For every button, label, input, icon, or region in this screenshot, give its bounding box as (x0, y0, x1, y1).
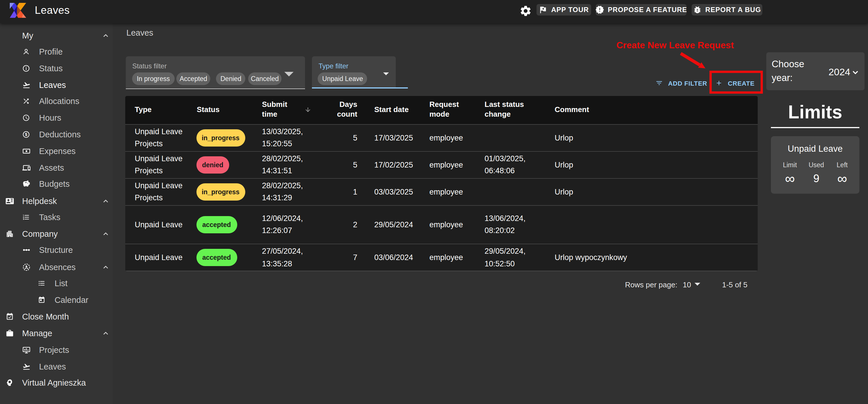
svg-text:$: $ (25, 132, 27, 137)
